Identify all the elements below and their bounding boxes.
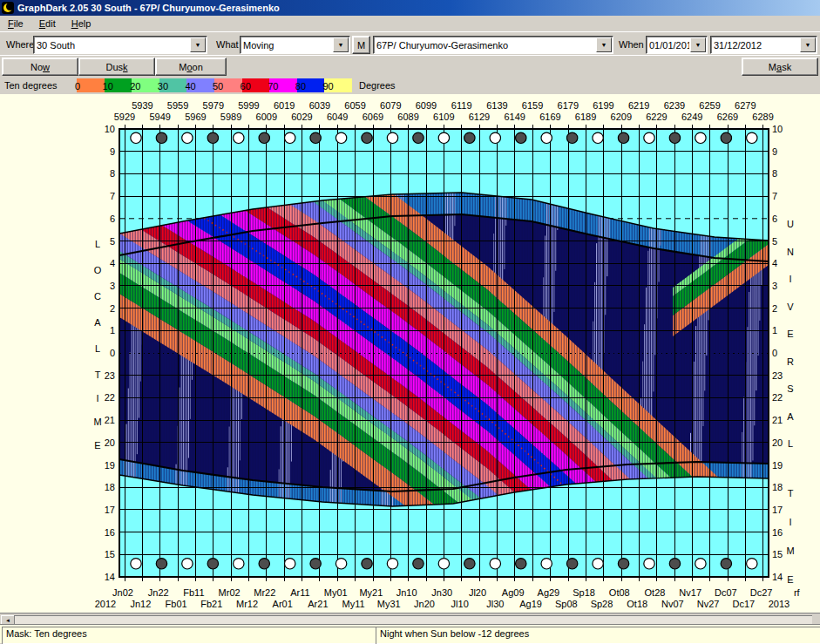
svg-text:17: 17: [105, 505, 115, 515]
svg-text:Ot28: Ot28: [645, 587, 666, 598]
svg-text:5929: 5929: [114, 112, 135, 122]
svg-text:A: A: [787, 411, 794, 422]
svg-text:1: 1: [110, 325, 115, 336]
m-button[interactable]: M: [352, 36, 370, 54]
chevron-down-icon[interactable]: ▼: [800, 37, 816, 52]
svg-text:20: 20: [772, 437, 783, 448]
svg-text:6189: 6189: [575, 112, 596, 122]
svg-text:2013: 2013: [769, 599, 790, 609]
date-from-combobox[interactable]: 01/01/2012 ▼: [646, 36, 708, 54]
svg-text:15: 15: [105, 549, 115, 559]
legend-tick-label: 90: [322, 81, 333, 92]
svg-text:5939: 5939: [132, 100, 152, 111]
svg-text:Sp08: Sp08: [555, 599, 578, 609]
svg-text:Jn02: Jn02: [112, 587, 133, 598]
svg-text:6109: 6109: [433, 112, 454, 122]
svg-text:Dc17: Dc17: [732, 599, 755, 609]
svg-text:L: L: [788, 438, 793, 449]
svg-text:Jn30: Jn30: [431, 587, 452, 598]
svg-text:6: 6: [110, 214, 115, 224]
svg-text:17: 17: [772, 505, 783, 515]
svg-text:9: 9: [110, 146, 115, 157]
svg-text:14: 14: [105, 572, 115, 582]
svg-text:21: 21: [105, 415, 115, 425]
chart-panel: 5939595959795999601960396059607960996119…: [0, 94, 820, 613]
svg-text:18: 18: [772, 482, 783, 492]
what-label: What: [216, 39, 239, 50]
legend-color-bar: 0102030405060708090: [77, 78, 352, 92]
status-bar: Mask: Ten degrees Night when Sun below -…: [0, 624, 820, 643]
svg-text:10: 10: [105, 124, 115, 134]
svg-text:8: 8: [772, 168, 777, 179]
legend-tick-label: 80: [295, 81, 306, 92]
scroll-track[interactable]: [14, 615, 812, 624]
menu-bar: File Edit Help: [0, 16, 820, 31]
svg-text:Sp28: Sp28: [591, 599, 613, 609]
window-title: GraphDark 2.05 30 South - 67P/ Churyumov…: [17, 3, 280, 13]
menu-edit[interactable]: Edit: [31, 17, 64, 31]
svg-text:E: E: [787, 329, 793, 339]
date-to-combobox[interactable]: 31/12/2012 ▼: [710, 36, 817, 54]
svg-text:Jl10: Jl10: [451, 599, 469, 609]
svg-text:Mr02: Mr02: [219, 587, 241, 598]
svg-text:6259: 6259: [699, 100, 720, 111]
where-combobox[interactable]: 30 South ▼: [33, 36, 207, 54]
svg-text:6139: 6139: [486, 100, 507, 111]
svg-text:N: N: [787, 247, 794, 257]
svg-text:6219: 6219: [628, 100, 649, 111]
svg-text:22: 22: [105, 392, 115, 403]
svg-text:Jn12: Jn12: [130, 599, 151, 609]
title-bar[interactable]: GraphDark 2.05 30 South - 67P/ Churyumov…: [0, 0, 820, 16]
toolbar-buttons: Now Dusk Moon Mask: [0, 55, 820, 78]
app-icon: [2, 2, 14, 14]
status-night: Night when Sun below -12 degrees: [376, 627, 820, 644]
svg-text:14: 14: [772, 572, 783, 582]
what-combobox[interactable]: Moving ▼: [240, 36, 350, 54]
svg-text:1: 1: [772, 325, 777, 336]
legend-tick-label: 50: [213, 81, 223, 92]
svg-text:6179: 6179: [558, 100, 579, 111]
menu-help[interactable]: Help: [64, 17, 99, 31]
chevron-down-icon[interactable]: ▼: [596, 37, 612, 52]
svg-text:16: 16: [772, 527, 783, 538]
svg-text:Mr22: Mr22: [254, 587, 275, 598]
svg-text:Jn10: Jn10: [396, 587, 417, 598]
chevron-down-icon[interactable]: ▼: [190, 37, 206, 52]
dusk-button[interactable]: Dusk: [78, 58, 155, 76]
moon-button[interactable]: Moon: [155, 58, 227, 76]
svg-text:15: 15: [772, 549, 783, 559]
svg-text:6: 6: [772, 214, 777, 224]
svg-text:Ar11: Ar11: [290, 587, 309, 598]
svg-text:5949: 5949: [149, 112, 170, 122]
svg-text:My11: My11: [342, 599, 365, 609]
svg-text:Dc07: Dc07: [715, 587, 737, 598]
chevron-down-icon[interactable]: ▼: [690, 37, 706, 52]
svg-text:L: L: [95, 343, 100, 354]
svg-text:Ar01: Ar01: [273, 599, 293, 609]
svg-text:Nv17: Nv17: [679, 587, 701, 598]
legend-tick-label: 60: [241, 81, 251, 92]
svg-text:T: T: [95, 369, 101, 380]
chevron-down-icon[interactable]: ▼: [333, 37, 349, 52]
what-value: Moving: [243, 40, 274, 51]
svg-text:6029: 6029: [291, 112, 312, 122]
svg-text:V: V: [787, 302, 794, 312]
svg-text:My31: My31: [377, 599, 401, 609]
legend-tick-label: 70: [268, 81, 278, 92]
svg-text:I: I: [789, 274, 791, 284]
svg-text:S: S: [787, 383, 793, 394]
svg-text:M: M: [786, 546, 794, 556]
svg-text:5989: 5989: [220, 112, 241, 122]
svg-text:8: 8: [110, 168, 115, 179]
svg-text:L: L: [95, 239, 100, 249]
graphdark-window: GraphDark 2.05 30 South - 67P/ Churyumov…: [0, 0, 820, 644]
svg-text:3: 3: [772, 281, 777, 291]
svg-text:6199: 6199: [593, 100, 613, 111]
visibility-chart[interactable]: 5939595959795999601960396059607960996119…: [0, 94, 820, 613]
now-button[interactable]: Now: [2, 58, 78, 76]
svg-text:3: 3: [110, 281, 115, 291]
mask-button[interactable]: Mask: [742, 58, 818, 76]
object-combobox[interactable]: 67P/ Churyumov-Gerasimenko ▼: [373, 36, 613, 54]
menu-file[interactable]: File: [0, 17, 31, 31]
svg-text:Jn20: Jn20: [414, 599, 435, 609]
